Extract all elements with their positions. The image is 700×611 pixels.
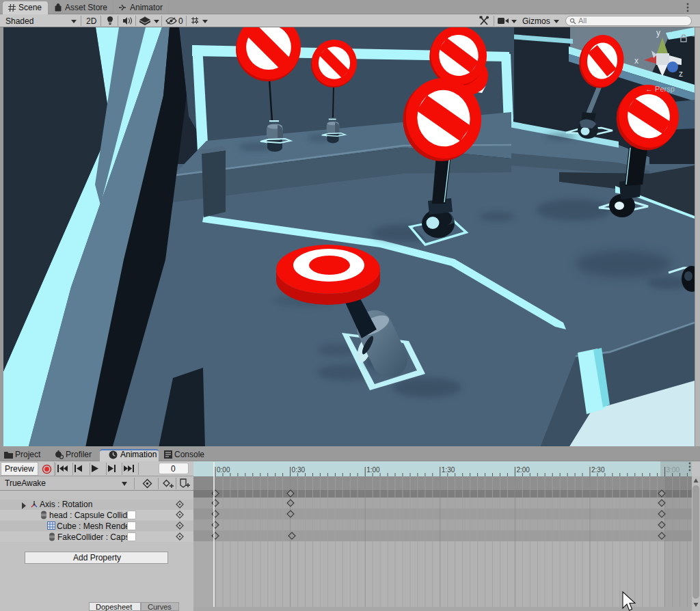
svg-text:← Persp: ← Persp bbox=[645, 85, 675, 93]
svg-text:1:30: 1:30 bbox=[442, 466, 455, 474]
svg-text:2:00: 2:00 bbox=[516, 466, 530, 474]
svg-text:0:00: 0:00 bbox=[217, 466, 230, 474]
svg-text:3:00: 3:00 bbox=[667, 466, 680, 474]
svg-text:1:00: 1:00 bbox=[366, 466, 380, 474]
svg-text:2:30: 2:30 bbox=[591, 466, 605, 474]
svg-text:y: y bbox=[656, 28, 660, 38]
svg-text:x: x bbox=[634, 56, 638, 66]
svg-text:0:30: 0:30 bbox=[292, 466, 306, 474]
svg-text:z: z bbox=[679, 69, 683, 79]
